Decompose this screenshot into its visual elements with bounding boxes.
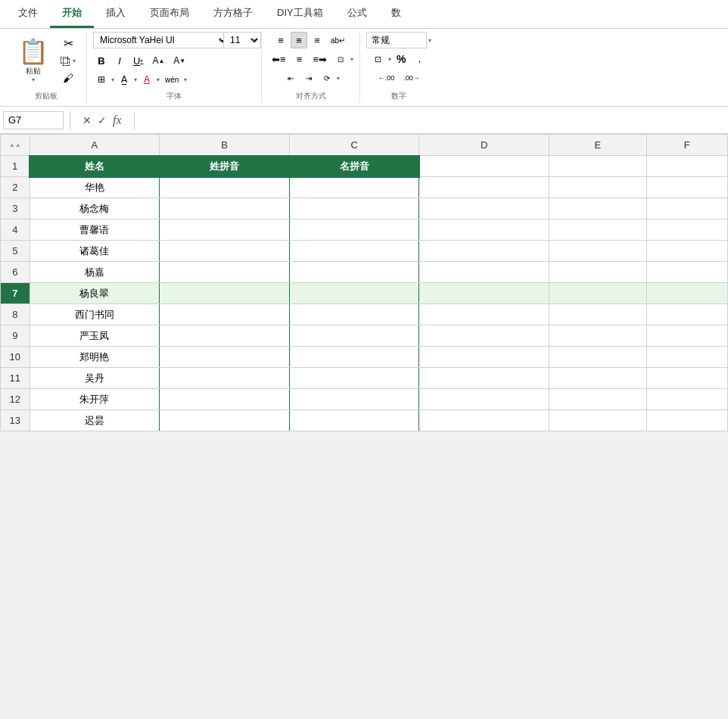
- align-top-right-button[interactable]: ≡: [309, 32, 325, 48]
- cell-e3[interactable]: [549, 198, 646, 219]
- col-header-f[interactable]: F: [646, 135, 727, 156]
- cell-c9[interactable]: [289, 325, 419, 347]
- cell-e4[interactable]: [549, 219, 646, 241]
- cell-e12[interactable]: [549, 389, 646, 410]
- cell-f3[interactable]: [646, 198, 727, 219]
- cell-b9[interactable]: [160, 325, 290, 347]
- align-top-center-button[interactable]: ≡: [291, 32, 307, 48]
- cell-f12[interactable]: [646, 389, 727, 410]
- cell-d12[interactable]: [419, 389, 549, 410]
- row-header-11[interactable]: 11: [1, 368, 30, 389]
- font-size-select[interactable]: 11: [223, 32, 261, 48]
- row-header-3[interactable]: 3: [1, 198, 30, 219]
- cell-c6[interactable]: [289, 262, 419, 283]
- orientation-button[interactable]: ⟳: [319, 70, 335, 86]
- insert-function-icon[interactable]: fx: [113, 114, 122, 127]
- cell-b5[interactable]: [160, 241, 290, 262]
- cell-d4[interactable]: [419, 219, 549, 241]
- cell-d9[interactable]: [419, 325, 549, 347]
- cell-d13[interactable]: [419, 410, 549, 431]
- row-header-10[interactable]: 10: [1, 347, 30, 368]
- merge-cells-button[interactable]: ⊡: [332, 51, 349, 67]
- cell-a13[interactable]: 迟昙: [30, 410, 160, 431]
- cell-d5[interactable]: [419, 241, 549, 262]
- bold-button[interactable]: B: [93, 52, 110, 69]
- cell-f1[interactable]: [646, 156, 727, 177]
- cell-e10[interactable]: [549, 347, 646, 368]
- underline-button[interactable]: U ▾: [129, 52, 147, 69]
- cell-c4[interactable]: [289, 219, 419, 241]
- align-center-button[interactable]: ≡: [291, 51, 308, 67]
- cell-a2[interactable]: 华艳: [30, 177, 160, 198]
- cell-a11[interactable]: 吴丹: [30, 368, 160, 389]
- cell-f4[interactable]: [646, 219, 727, 241]
- col-header-b[interactable]: B: [160, 135, 290, 156]
- wrap-text-button[interactable]: ab↵: [327, 32, 349, 48]
- col-header-a[interactable]: A: [30, 135, 160, 156]
- cancel-formula-icon[interactable]: ✕: [82, 114, 92, 126]
- row-header-4[interactable]: 4: [1, 219, 30, 241]
- cell-c8[interactable]: [289, 304, 419, 325]
- cell-f6[interactable]: [646, 262, 727, 283]
- fill-color-button[interactable]: A̲: [116, 71, 132, 88]
- cell-f8[interactable]: [646, 304, 727, 325]
- cell-b3[interactable]: [160, 198, 290, 219]
- tab-data[interactable]: 数: [379, 0, 413, 28]
- cell-c2[interactable]: [289, 177, 419, 198]
- copy-button[interactable]: ⿻ ▾: [56, 54, 80, 69]
- borders-button[interactable]: ⊞: [93, 71, 110, 88]
- increase-font-button[interactable]: A▲: [148, 52, 168, 69]
- cell-e13[interactable]: [549, 410, 646, 431]
- row-header-6[interactable]: 6: [1, 262, 30, 283]
- cell-reference-box[interactable]: G7: [3, 111, 64, 129]
- cell-e5[interactable]: [549, 241, 646, 262]
- currency-button[interactable]: ⊡: [370, 51, 387, 67]
- col-header-e[interactable]: E: [549, 135, 646, 156]
- increase-indent-button[interactable]: ⇥: [300, 70, 317, 86]
- cut-button[interactable]: ✂: [56, 35, 80, 52]
- decrease-decimal-button[interactable]: ←.00: [375, 70, 399, 86]
- cell-a3[interactable]: 杨念梅: [30, 198, 160, 219]
- cell-e6[interactable]: [549, 262, 646, 283]
- cell-c3[interactable]: [289, 198, 419, 219]
- row-header-2[interactable]: 2: [1, 177, 30, 198]
- cell-d11[interactable]: [419, 368, 549, 389]
- cell-c13[interactable]: [289, 410, 419, 431]
- cell-b7[interactable]: [160, 283, 290, 304]
- tab-formula[interactable]: 公式: [335, 0, 379, 28]
- cell-f11[interactable]: [646, 368, 727, 389]
- decrease-indent-button[interactable]: ⇤: [282, 70, 299, 86]
- row-header-12[interactable]: 12: [1, 389, 30, 410]
- cell-e1[interactable]: [549, 156, 646, 177]
- cell-a10[interactable]: 郑明艳: [30, 347, 160, 368]
- cell-d6[interactable]: [419, 262, 549, 283]
- cell-b10[interactable]: [160, 347, 290, 368]
- cell-c1[interactable]: 名拼音: [289, 156, 419, 177]
- tab-insert[interactable]: 插入: [94, 0, 138, 28]
- align-left-button[interactable]: ⬅≡: [268, 51, 290, 67]
- confirm-formula-icon[interactable]: ✓: [98, 114, 107, 126]
- paste-button[interactable]: 📋 粘贴 ▾: [12, 35, 54, 86]
- tab-fangfangezi[interactable]: 方方格子: [201, 0, 265, 28]
- cell-d10[interactable]: [419, 347, 549, 368]
- cell-b13[interactable]: [160, 410, 290, 431]
- font-name-select[interactable]: Microsoft YaHei UI: [93, 32, 229, 48]
- tab-page-layout[interactable]: 页面布局: [138, 0, 201, 28]
- cell-b12[interactable]: [160, 389, 290, 410]
- cell-b4[interactable]: [160, 219, 290, 241]
- cell-e2[interactable]: [549, 177, 646, 198]
- cell-d8[interactable]: [419, 304, 549, 325]
- cell-f13[interactable]: [646, 410, 727, 431]
- cell-a7[interactable]: 杨良翠: [30, 283, 160, 304]
- phonetics-button[interactable]: wén: [161, 71, 182, 88]
- italic-button[interactable]: I: [111, 52, 128, 69]
- row-header-7[interactable]: 7: [1, 283, 30, 304]
- tab-home[interactable]: 开始: [50, 0, 94, 28]
- cell-c11[interactable]: [289, 368, 419, 389]
- cell-c10[interactable]: [289, 347, 419, 368]
- formula-input[interactable]: [141, 113, 725, 127]
- align-top-left-button[interactable]: ≡: [272, 32, 289, 48]
- font-color-button[interactable]: A: [138, 71, 155, 88]
- corner-select-all[interactable]: ▲: [1, 135, 30, 156]
- cell-f5[interactable]: [646, 241, 727, 262]
